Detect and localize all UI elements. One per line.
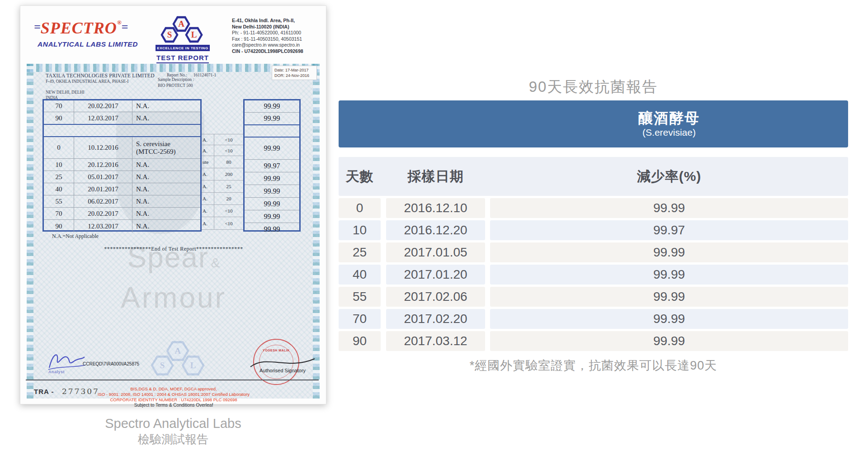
report-dor: DOR: 24-Nov-2016 <box>274 73 314 78</box>
table-row: 0 2016.12.10 99.99 <box>339 198 848 218</box>
table-row: A.<10 <box>202 217 243 230</box>
address-line: New Delhi-110020 (INDIA) <box>232 24 303 30</box>
sample-description-value: BIO PROTECT 500 <box>158 83 193 88</box>
accreditation-lines: BIS,DGS & D, DDA, MOEF, DGCA approved, I… <box>29 386 318 403</box>
footer-divider <box>26 380 319 380</box>
report-title: 90天長效抗菌報告 <box>339 77 848 97</box>
logo-dash-right: = <box>122 20 128 33</box>
results-table: 99.99 99.99 99.99 99.97 99.99 99.99 99.9… <box>243 99 301 232</box>
accreditation-line: ISO - 9001: 2008, ISO 14001 : 2004 & OHS… <box>29 392 318 397</box>
sample-description-label: Sample Description : <box>158 77 194 82</box>
table-row: 0 10.12.2016 S. cerevisiae (MTCC-2569) <box>44 137 200 159</box>
organism-header-bar: 釀酒酵母 (S.erevisiae) <box>339 100 848 147</box>
address-line: Fax : 91-11-40503150, 40503151 <box>232 36 303 43</box>
date-box: Date: 17-Mar-2017 DOR: 24-Nov-2016 <box>272 66 317 80</box>
result-cell: 99.99 <box>245 185 299 198</box>
table-row: A.25 <box>202 180 243 193</box>
address-line: care@spectro.in www.spectro.in <box>232 42 303 48</box>
table-row: ute80 <box>202 156 243 168</box>
table-row: 90 12.03.2017 N.A. <box>44 112 200 124</box>
result-cell: 99.99 <box>245 210 299 223</box>
result-cell: 99.99 <box>245 100 299 113</box>
report-footnote: *經國外實驗室證實，抗菌效果可以長達90天 <box>339 357 848 374</box>
result-cell: 99.99 <box>245 223 299 236</box>
result-cell: 99.99 <box>245 138 299 160</box>
analyst-label: Analyst <box>48 370 65 374</box>
signature-code: CCREQD\7\RA000\IA25875 <box>83 361 139 366</box>
table-row: 40 2017.01.20 99.99 <box>339 265 848 285</box>
table-row: A.20 <box>202 193 243 205</box>
address-line: CIN - U74220DL1998PLC092698 <box>232 48 303 55</box>
table-row: 70 2017.02.20 99.99 <box>339 309 848 329</box>
slide-canvas: Spear & Armour =SPECTRO®= ANALYTICAL LAB… <box>0 0 868 451</box>
registered-mark: ® <box>117 19 122 26</box>
result-cell: 99.97 <box>245 160 299 172</box>
end-of-report-line: ****************End of Test Report******… <box>20 246 327 252</box>
guilloche-right-band <box>313 64 320 399</box>
certificate-caption: Spectro Analytical Labs 檢驗測試報告 <box>83 415 264 447</box>
column-header-days: 天數 <box>339 157 381 196</box>
report-number: Report No.:161124071-1 <box>167 73 216 77</box>
customer-name: TAXILA TECHNOLOGIES PRIVATE LIMITED <box>46 73 155 78</box>
certificate-scan: Spear & Armour =SPECTRO®= ANALYTICAL LAB… <box>20 5 326 404</box>
table-row: 55 2017.02.06 99.99 <box>339 287 848 307</box>
accreditation-line: CORPORATE IDENTITY NUMBER : U74220DL 199… <box>29 397 318 403</box>
terms-line: Subject to Terms & Conditions Overleaf <box>29 403 318 408</box>
address-line: E-41, Okhla Indl. Area, Ph-II, <box>232 18 303 24</box>
result-cell: 99.99 <box>245 198 299 210</box>
stamp-name: YOGESH MALIK <box>254 349 298 352</box>
customer-city: NEW DELHI, DELHI <box>46 90 85 95</box>
table-row: 25 05.01.2017 N.A. <box>44 171 200 183</box>
table-row: 40 20.01.2017 N.A. <box>44 183 200 195</box>
table-gap <box>245 124 299 138</box>
result-cell: 99.99 <box>245 113 299 124</box>
guilloche-left-band <box>27 64 33 399</box>
organism-name: 釀酒酵母 (S.erevisiae) <box>490 100 848 147</box>
table-row: 10 2016.12.20 99.97 <box>339 220 848 240</box>
table-row: 90 12.03.2017 N.A. <box>44 220 200 233</box>
na-footnote: N.A.=Not Applicable <box>52 233 99 240</box>
sal-banner: EXCELLENCE IN TESTING <box>156 45 210 51</box>
table-header-row: 天數 採樣日期 減少率(%) <box>339 157 848 196</box>
sal-watermark: A S L <box>148 341 207 382</box>
table-row: 55 06.02.2017 N.A. <box>44 195 200 208</box>
lab-address-block: E-41, Okhla Indl. Area, Ph-II, New Delhi… <box>232 18 303 54</box>
accreditation-line: BIS,DGS & D, DDA, MOEF, DGCA approved, <box>29 386 318 392</box>
result-cell: 99.99 <box>245 172 299 185</box>
sal-hexagon-l: L <box>185 27 203 43</box>
table-row: 25 2017.01.05 99.99 <box>339 242 848 262</box>
table-gap <box>44 124 200 137</box>
table-row: A.<10 <box>202 145 243 156</box>
table-row: 10 20.12.2016 N.A. <box>44 159 200 171</box>
sample-table: 70 20.02.2017 N.A. 90 12.03.2017 N.A. 0 … <box>42 99 202 232</box>
truncated-columns: A.<10 A.<10 ute80 A.200 A.25 A.20 A.<10 … <box>202 134 243 230</box>
spectro-logo: =SPECTRO®= <box>34 19 128 38</box>
column-header-date: 採樣日期 <box>386 157 485 196</box>
table-row: A.<10 <box>202 134 243 145</box>
caption-zh: 檢驗測試報告 <box>83 432 264 447</box>
spectro-logo-subtitle: ANALYTICAL LABS LIMITED <box>38 40 138 48</box>
table-row: 70 20.02.2017 N.A. <box>44 208 200 220</box>
table-row: A.<10 <box>202 205 243 217</box>
organism-cell: S. cerevisiae (MTCC-2569) <box>132 137 200 159</box>
authorised-signatory-label: Authorised Signatory <box>249 368 316 373</box>
column-header-reduction: 減少率(%) <box>490 157 848 196</box>
table-row: 90 2017.03.12 99.99 <box>339 331 848 351</box>
customer-address: F-49, OKHLA INDUSTRIAL AREA, PHASE-I <box>46 79 128 84</box>
address-line: Ph: - 91-11-40522000, 41611000 <box>232 30 303 36</box>
caption-en: Spectro Analytical Labs <box>83 415 264 432</box>
report-date: Date: 17-Mar-2017 <box>274 67 314 73</box>
table-row: A.200 <box>202 168 243 180</box>
logo-dash-left: = <box>34 20 41 33</box>
test-report-title: TEST REPORT <box>156 54 210 62</box>
table-row: 70 20.02.2017 N.A. <box>44 100 200 112</box>
